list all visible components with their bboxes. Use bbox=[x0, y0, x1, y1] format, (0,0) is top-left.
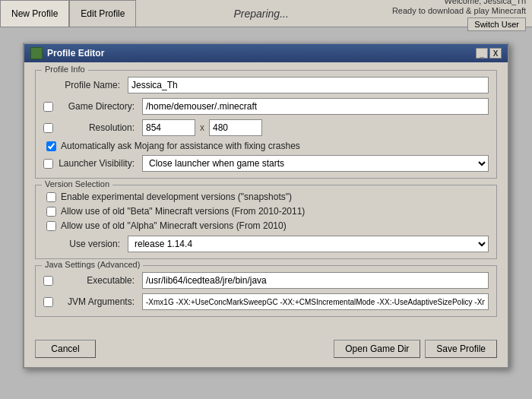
beta-checkbox[interactable] bbox=[46, 207, 56, 217]
executable-row: Executable: bbox=[43, 272, 489, 289]
resolution-row: Resolution: x bbox=[43, 119, 489, 136]
footer-right-buttons: Open Game Dir Save Profile bbox=[334, 340, 497, 358]
game-directory-input[interactable] bbox=[142, 98, 489, 115]
executable-input[interactable] bbox=[142, 272, 489, 289]
open-game-dir-button[interactable]: Open Game Dir bbox=[334, 340, 420, 358]
main-area: Profile Editor _ X Profile Info Profile … bbox=[0, 27, 532, 399]
executable-label: Executable: bbox=[58, 275, 138, 286]
save-profile-button[interactable]: Save Profile bbox=[425, 340, 497, 358]
resolution-checkbox[interactable] bbox=[43, 123, 53, 133]
profile-info-section: Profile Info Profile Name: Game Director… bbox=[35, 70, 497, 179]
edit-profile-button[interactable]: Edit Profile bbox=[69, 0, 136, 27]
snapshots-checkbox[interactable] bbox=[46, 192, 56, 202]
game-directory-row: Game Directory: bbox=[43, 98, 489, 115]
minecraft-icon bbox=[30, 47, 43, 59]
new-profile-button[interactable]: New Profile bbox=[0, 0, 69, 27]
preparing-status: Preparing... bbox=[233, 8, 288, 20]
resolution-height-input[interactable] bbox=[209, 119, 262, 136]
resolution-inputs: x bbox=[142, 119, 262, 136]
version-selection-section: Version Selection Enable experimental de… bbox=[35, 185, 497, 259]
jvm-input[interactable] bbox=[142, 293, 489, 310]
auto-ask-mojang-row: Automatically ask Mojang for assistance … bbox=[43, 141, 489, 151]
status-text: Preparing... bbox=[136, 0, 386, 27]
dialog-footer: Cancel Open Game Dir Save Profile bbox=[24, 334, 508, 367]
executable-checkbox[interactable] bbox=[43, 276, 53, 286]
resolution-label: Resolution: bbox=[58, 122, 138, 133]
top-right-info: Welcome, Jessica_Th Ready to download & … bbox=[386, 0, 532, 27]
ready-text: Ready to download & play Minecraft bbox=[392, 6, 526, 15]
dialog-body: Profile Info Profile Name: Game Director… bbox=[24, 62, 508, 334]
resolution-width-input[interactable] bbox=[142, 119, 195, 136]
welcome-text: Welcome, Jessica_Th bbox=[445, 0, 526, 5]
top-bar: New Profile Edit Profile Preparing... We… bbox=[0, 0, 532, 27]
switch-user-button[interactable]: Switch User bbox=[467, 17, 526, 31]
dialog-title: Profile Editor bbox=[47, 48, 104, 59]
close-button[interactable]: X bbox=[489, 48, 502, 59]
launcher-visibility-checkbox[interactable] bbox=[43, 159, 53, 169]
alpha-label: Allow use of old "Alpha" Minecraft versi… bbox=[61, 220, 287, 231]
minimize-button[interactable]: _ bbox=[476, 48, 488, 59]
snapshots-label: Enable experimental development versions… bbox=[61, 192, 292, 202]
top-bar-left: New Profile Edit Profile bbox=[0, 0, 136, 27]
use-version-label: Use version: bbox=[43, 239, 123, 249]
profile-name-label: Profile Name: bbox=[43, 80, 123, 90]
auto-ask-mojang-checkbox[interactable] bbox=[46, 141, 56, 151]
cancel-button[interactable]: Cancel bbox=[35, 340, 96, 358]
snapshots-row: Enable experimental development versions… bbox=[43, 192, 489, 202]
launcher-visibility-label: Launcher Visibility: bbox=[58, 158, 138, 169]
alpha-row: Allow use of old "Alpha" Minecraft versi… bbox=[43, 220, 489, 231]
dialog-controls: _ X bbox=[476, 48, 502, 59]
jvm-arguments-row: JVM Arguments: bbox=[43, 293, 489, 310]
game-directory-label: Game Directory: bbox=[58, 101, 138, 112]
game-directory-checkbox[interactable] bbox=[43, 102, 53, 112]
resolution-separator: x bbox=[200, 122, 204, 133]
use-version-select[interactable]: release 1.14.4 bbox=[128, 236, 489, 252]
use-version-row: Use version: release 1.14.4 bbox=[43, 236, 489, 252]
profile-name-row: Profile Name: bbox=[43, 77, 489, 93]
titlebar-left: Profile Editor bbox=[30, 47, 104, 59]
auto-ask-mojang-label: Automatically ask Mojang for assistance … bbox=[61, 141, 300, 151]
beta-label: Allow use of old "Beta" Minecraft versio… bbox=[61, 206, 305, 217]
launcher-visibility-row: Launcher Visibility: Close launcher when… bbox=[43, 155, 489, 172]
jvm-checkbox[interactable] bbox=[43, 297, 53, 307]
java-settings-section: Java Settings (Advanced) Executable: JVM… bbox=[35, 265, 497, 317]
jvm-label: JVM Arguments: bbox=[58, 296, 138, 307]
profile-editor-dialog: Profile Editor _ X Profile Info Profile … bbox=[23, 43, 509, 369]
java-settings-label: Java Settings (Advanced) bbox=[42, 260, 143, 269]
beta-row: Allow use of old "Beta" Minecraft versio… bbox=[43, 206, 489, 217]
profile-info-label: Profile Info bbox=[42, 65, 88, 74]
launcher-visibility-select[interactable]: Close launcher when game starts bbox=[142, 155, 489, 172]
dialog-titlebar: Profile Editor _ X bbox=[24, 44, 508, 62]
profile-name-input[interactable] bbox=[128, 77, 489, 93]
alpha-checkbox[interactable] bbox=[46, 221, 56, 231]
version-selection-label: Version Selection bbox=[42, 179, 112, 188]
